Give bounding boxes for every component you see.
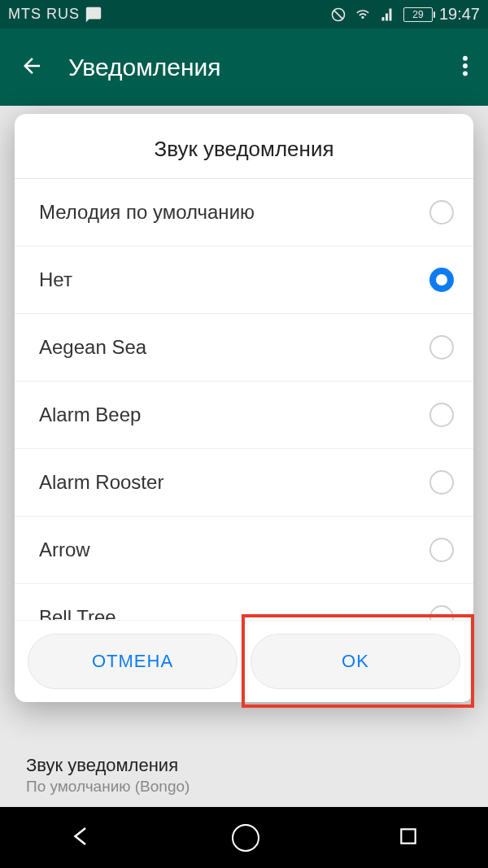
option-label: Bell Tree xyxy=(39,606,116,620)
radio-icon xyxy=(429,335,454,360)
option-label: Arrow xyxy=(39,539,90,561)
radio-icon xyxy=(429,268,454,292)
radio-icon xyxy=(429,538,454,562)
sound-option[interactable]: Alarm Beep xyxy=(15,382,473,449)
dialog-actions: ОТМЕНА OK xyxy=(15,620,473,702)
sound-option[interactable]: Нет xyxy=(15,246,473,314)
svg-point-2 xyxy=(463,71,468,76)
signal-icon xyxy=(379,7,397,22)
nav-recent-button[interactable] xyxy=(398,826,419,850)
nav-back-button[interactable] xyxy=(69,824,94,852)
sound-option[interactable]: Bell Tree xyxy=(15,584,473,620)
page-title: Уведомления xyxy=(68,54,221,81)
option-label: Мелодия по умолчанию xyxy=(39,201,255,224)
system-nav-bar xyxy=(0,807,488,868)
overflow-menu-button[interactable] xyxy=(457,50,473,85)
ok-button[interactable]: OK xyxy=(251,634,460,689)
svg-point-1 xyxy=(463,63,468,68)
svg-point-0 xyxy=(463,55,468,60)
option-label: Aegean Sea xyxy=(39,336,146,359)
nav-home-button[interactable] xyxy=(232,824,259,852)
wifi-icon xyxy=(353,7,373,23)
radio-icon xyxy=(429,605,454,620)
battery-icon: 29 xyxy=(403,7,433,22)
radio-icon xyxy=(429,403,454,427)
option-label: Alarm Beep xyxy=(39,403,141,426)
radio-icon xyxy=(429,470,454,495)
settings-item-subtitle: По умолчанию (Bongo) xyxy=(26,778,462,796)
app-bar: Уведомления xyxy=(0,28,488,106)
carrier-label: MTS RUS xyxy=(8,6,80,23)
back-button[interactable] xyxy=(15,49,49,86)
sound-option[interactable]: Alarm Rooster xyxy=(15,449,473,517)
cancel-button[interactable]: ОТМЕНА xyxy=(28,634,237,689)
sound-option[interactable]: Aegean Sea xyxy=(15,314,473,382)
radio-icon xyxy=(429,200,454,225)
clock-label: 19:47 xyxy=(439,5,480,24)
status-bar: MTS RUS 29 19:47 xyxy=(0,0,488,28)
option-label: Нет xyxy=(39,268,72,291)
svg-rect-3 xyxy=(401,829,415,843)
dnd-icon xyxy=(330,7,346,23)
sound-option[interactable]: Мелодия по умолчанию xyxy=(15,179,473,246)
sound-option[interactable]: Arrow xyxy=(15,517,473,584)
settings-item-title: Звук уведомления xyxy=(26,755,462,776)
settings-item-notification-sound[interactable]: Звук уведомления По умолчанию (Bongo) xyxy=(0,745,488,807)
options-list[interactable]: Мелодия по умолчаниюНетAegean SeaAlarm B… xyxy=(15,179,473,620)
sound-picker-dialog: Звук уведомления Мелодия по умолчаниюНет… xyxy=(15,114,473,702)
option-label: Alarm Rooster xyxy=(39,471,163,494)
dialog-title: Звук уведомления xyxy=(15,114,473,179)
chat-icon xyxy=(85,6,102,24)
